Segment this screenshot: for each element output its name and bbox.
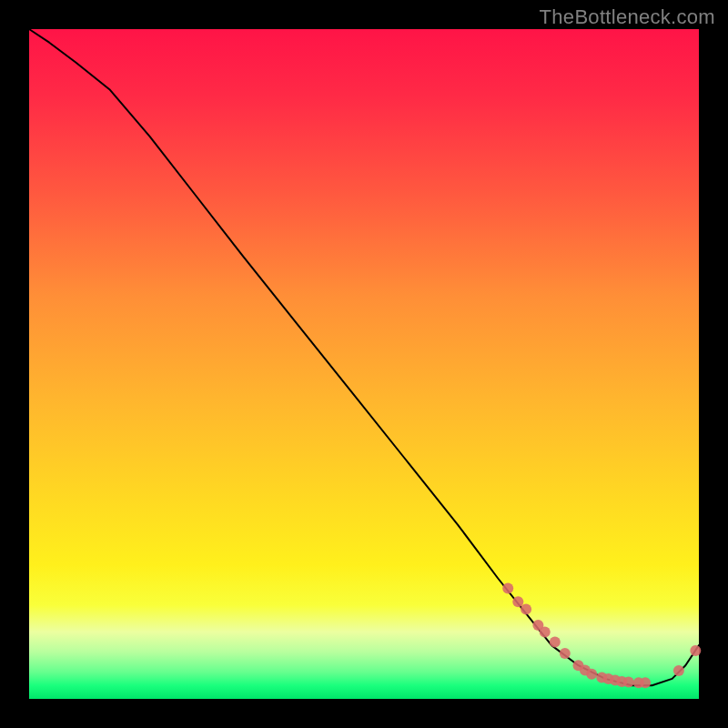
marker-dot [550, 636, 561, 647]
marker-dot [640, 677, 651, 688]
marker-group [502, 583, 701, 689]
marker-dot [502, 583, 513, 594]
curve-path [29, 29, 699, 685]
plot-area [29, 29, 699, 699]
marker-dot [512, 596, 523, 607]
marker-dot [586, 669, 597, 680]
marker-dot [673, 665, 684, 676]
curve-layer [29, 29, 699, 699]
chart-container: TheBottleneck.com [0, 0, 728, 728]
marker-dot [690, 645, 701, 656]
marker-dot [623, 677, 634, 688]
marker-dot [560, 648, 571, 659]
marker-dot [540, 626, 551, 637]
marker-dot [521, 603, 531, 614]
watermark-text: TheBottleneck.com [540, 5, 715, 29]
